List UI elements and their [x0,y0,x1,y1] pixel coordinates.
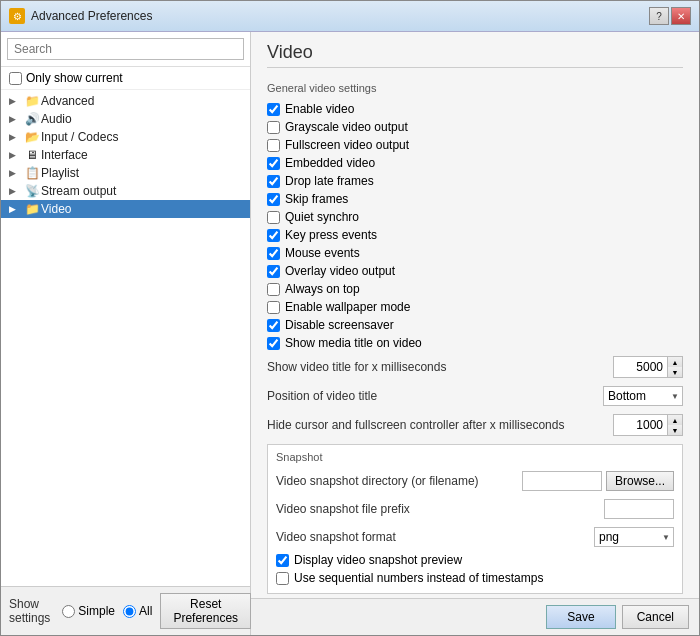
spinner-arrows: ▲ ▼ [668,356,683,378]
window: ⚙ Advanced Preferences ? ✕ Only show cur… [0,0,700,636]
only-current-checkbox[interactable] [9,72,22,85]
sidebar-item-label: Input / Codecs [41,130,246,144]
save-button[interactable]: Save [546,605,615,629]
snapshot-preview-label: Display video snapshot preview [294,553,462,567]
simple-radio[interactable] [62,605,75,618]
titlebar-left: ⚙ Advanced Preferences [9,8,152,24]
arrow-icon: ▶ [9,96,23,106]
snapshot-prefix-input[interactable]: vlcsnap- [604,499,674,519]
checkbox-show-media-title: Show media title on video [267,334,683,352]
snapshot-preview-checkbox[interactable] [276,554,289,567]
sidebar-item-advanced[interactable]: ▶ 📁 Advanced [1,92,250,110]
snapshot-sequential-row: Use sequential numbers instead of timest… [276,569,674,587]
checkbox-mouse-events: Mouse events [267,244,683,262]
hide-cursor-spinner: 1000 ▲ ▼ [613,414,683,436]
main-header: Video [251,32,699,74]
snapshot-format-row: Video snapshot format png jpg tiff [276,523,674,551]
skip-frames-checkbox[interactable] [267,193,280,206]
playlist-icon: 📋 [23,166,41,180]
snapshot-preview-row: Display video snapshot preview [276,551,674,569]
sidebar-item-interface[interactable]: ▶ 🖥 Interface [1,146,250,164]
fullscreen-label: Fullscreen video output [285,138,409,152]
browse-button[interactable]: Browse... [606,471,674,491]
sidebar-item-playlist[interactable]: ▶ 📋 Playlist [1,164,250,182]
main-panel: Video General video settings Enable vide… [251,32,699,635]
mouse-events-label: Mouse events [285,246,360,260]
search-input[interactable] [7,38,244,60]
snapshot-directory-row: Video snapshot directory (or filename) B… [276,467,674,495]
sidebar-item-label: Audio [41,112,246,126]
close-button[interactable]: ✕ [671,7,691,25]
sidebar-item-video[interactable]: ▶ 📁 Video [1,200,250,218]
show-settings-label: Show settings [9,597,50,625]
simple-label: Simple [78,604,115,618]
snapshot-format-label: Video snapshot format [276,530,588,544]
arrow-icon: ▶ [9,168,23,178]
always-on-top-checkbox[interactable] [267,283,280,296]
stream-icon: 📡 [23,184,41,198]
snapshot-title: Snapshot [276,451,674,463]
checkbox-quiet-synchro: Quiet synchro [267,208,683,226]
sidebar-item-label: Advanced [41,94,246,108]
enable-video-checkbox[interactable] [267,103,280,116]
simple-radio-item: Simple [62,604,115,618]
app-icon: ⚙ [9,8,25,24]
format-select-wrapper: png jpg tiff [594,527,674,547]
section-label: General video settings [267,82,683,94]
arrow-icon: ▶ [9,186,23,196]
sidebar-item-audio[interactable]: ▶ 🔊 Audio [1,110,250,128]
checkbox-fullscreen: Fullscreen video output [267,136,683,154]
drop-late-checkbox[interactable] [267,175,280,188]
spinner-up-cursor[interactable]: ▲ [668,415,682,425]
position-select[interactable]: Bottom Top Left Right Center [603,386,683,406]
cancel-button[interactable]: Cancel [622,605,689,629]
main-scroll-area[interactable]: General video settings Enable video Gray… [251,74,699,598]
titlebar: ⚙ Advanced Preferences ? ✕ [1,1,699,32]
disable-screensaver-checkbox[interactable] [267,319,280,332]
show-media-title-label: Show media title on video [285,336,422,350]
sidebar-item-stream-output[interactable]: ▶ 📡 Stream output [1,182,250,200]
grayscale-checkbox[interactable] [267,121,280,134]
checkbox-grayscale: Grayscale video output [267,118,683,136]
disable-screensaver-label: Disable screensaver [285,318,394,332]
quiet-synchro-checkbox[interactable] [267,211,280,224]
main-content-area: Only show current ▶ 📁 Advanced ▶ 🔊 Audio… [1,32,699,635]
sidebar-item-input-codecs[interactable]: ▶ 📂 Input / Codecs [1,128,250,146]
checkbox-disable-screensaver: Disable screensaver [267,316,683,334]
form-row-hide-cursor-ms: Hide cursor and fullscreen controller af… [267,410,683,440]
folder-icon: 📁 [23,94,41,108]
skip-frames-label: Skip frames [285,192,348,206]
spinner-arrows-cursor: ▲ ▼ [668,414,683,436]
key-press-checkbox[interactable] [267,229,280,242]
hide-cursor-ms-input[interactable]: 1000 [613,414,668,436]
spinner-down-cursor[interactable]: ▼ [668,425,682,435]
mouse-events-checkbox[interactable] [267,247,280,260]
show-title-ms-input[interactable]: 5000 [613,356,668,378]
spinner-up[interactable]: ▲ [668,357,682,367]
arrow-icon: ▶ [9,150,23,160]
spinner-down[interactable]: ▼ [668,367,682,377]
key-press-label: Key press events [285,228,377,242]
snapshot-format-select[interactable]: png jpg tiff [594,527,674,547]
radio-group: Simple All [62,604,152,618]
wallpaper-mode-label: Enable wallpaper mode [285,300,410,314]
form-row-show-title-ms: Show video title for x milliseconds 5000… [267,352,683,382]
reset-preferences-button[interactable]: Reset Preferences [160,593,251,629]
help-button[interactable]: ? [649,7,669,25]
checkbox-key-press: Key press events [267,226,683,244]
show-media-title-checkbox[interactable] [267,337,280,350]
grayscale-label: Grayscale video output [285,120,408,134]
embedded-checkbox[interactable] [267,157,280,170]
all-radio[interactable] [123,605,136,618]
always-on-top-label: Always on top [285,282,360,296]
wallpaper-mode-checkbox[interactable] [267,301,280,314]
audio-icon: 🔊 [23,112,41,126]
page-title: Video [267,42,683,68]
fullscreen-checkbox[interactable] [267,139,280,152]
overlay-video-checkbox[interactable] [267,265,280,278]
overlay-video-label: Overlay video output [285,264,395,278]
snapshot-directory-input[interactable] [522,471,602,491]
tree: ▶ 📁 Advanced ▶ 🔊 Audio ▶ 📂 Input / Codec… [1,90,250,586]
only-current-label: Only show current [26,71,123,85]
snapshot-sequential-checkbox[interactable] [276,572,289,585]
